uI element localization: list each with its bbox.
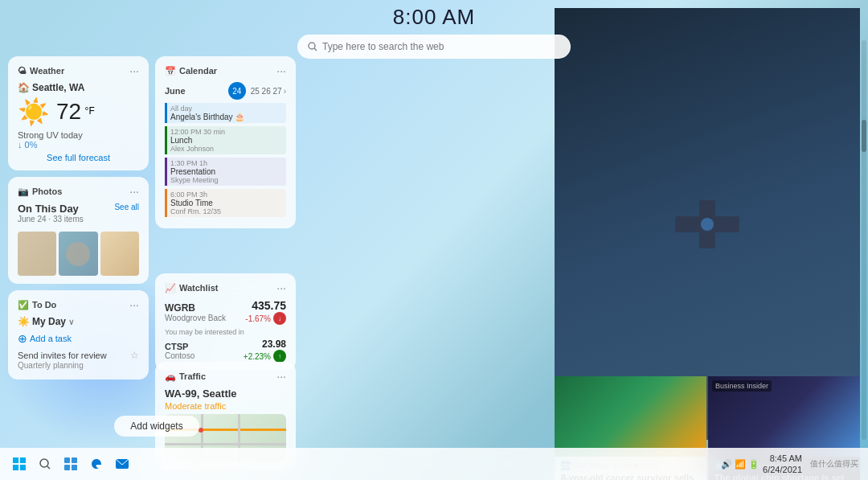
stock2-company: Contoso	[165, 351, 194, 360]
clock-display: 8:00 AM	[393, 5, 475, 30]
svg-line-10	[47, 466, 50, 469]
search-input[interactable]	[322, 41, 560, 52]
photos-label: On This Day	[18, 203, 84, 215]
cal-event-birthday: All day Angela's Birthday 🎂	[165, 103, 286, 123]
add-widgets-button[interactable]: Add widgets	[114, 416, 199, 437]
svg-rect-6	[20, 457, 26, 463]
news-bottom-img-0	[555, 376, 706, 457]
weather-location: 🏠 Seattle, WA	[18, 82, 139, 93]
photos-widget: 📷 Photos ··· On This Day June 24 · 33 it…	[8, 177, 149, 284]
watchlist-menu[interactable]: ···	[276, 281, 286, 294]
scrollbar-thumb[interactable]	[862, 120, 866, 152]
taskbar: 🔊 📶 🔋 8:45 AM 6/24/2021 值什么值得买	[0, 448, 868, 480]
photo-thumb-2	[59, 232, 97, 276]
traffic-menu[interactable]: ···	[276, 370, 286, 383]
traffic-location: WA-99, Seattle	[165, 388, 286, 400]
weather-sun-icon: ☀️	[18, 96, 50, 127]
news-bottom-img-1: Business Insider	[708, 376, 860, 457]
weather-widget: 🌤 Weather ··· 🏠 Seattle, WA ☀️ 72 °F Str…	[8, 56, 149, 170]
todo-add-task[interactable]: ⊕ Add a task	[18, 332, 139, 345]
calendar-title: 📅 Calendar	[165, 66, 217, 76]
svg-rect-5	[13, 457, 18, 463]
photo-thumb-1	[18, 232, 56, 276]
watchlist-interested: You may be interested in	[165, 328, 286, 336]
svg-rect-8	[20, 465, 26, 470]
cal-event-presentation: 1:30 PM 1h Presentation Skype Meeting	[165, 158, 286, 186]
svg-rect-11	[64, 457, 70, 463]
svg-rect-12	[72, 457, 77, 463]
svg-line-1	[314, 48, 317, 51]
stock1-change: -1.67%	[245, 314, 271, 323]
todo-menu[interactable]: ···	[129, 298, 139, 311]
calendar-menu[interactable]: ···	[276, 64, 286, 77]
photos-see-all[interactable]: See all	[114, 203, 139, 211]
calendar-today: 24	[228, 82, 246, 100]
todo-item-1: Send invites for review ☆ Quarterly plan…	[18, 350, 139, 370]
weather-forecast-link[interactable]: See full forecast	[18, 153, 139, 162]
calendar-events: All day Angela's Birthday 🎂 12:00 PM 30 …	[165, 103, 286, 217]
calendar-month: June	[165, 86, 186, 96]
add-widgets-bar: Add widgets	[8, 411, 305, 441]
taskbar-right: 🔊 📶 🔋 8:45 AM 6/24/2021 值什么值得买	[721, 453, 858, 476]
weather-temp: 72	[56, 99, 81, 124]
watchlist-widget: 📈 Watchlist ··· WGRB Woodgrove Back 435.…	[155, 273, 296, 371]
taskbar-icons-tray: 🔊 📶 🔋	[721, 459, 760, 470]
svg-rect-13	[64, 465, 70, 470]
traffic-title: 🚗 Traffic	[165, 371, 206, 382]
weather-description: Strong UV today	[18, 130, 139, 140]
search-icon	[308, 42, 317, 51]
svg-point-9	[40, 459, 48, 467]
traffic-status: Moderate traffic	[165, 401, 286, 411]
taskbar-search-icon[interactable]	[35, 454, 55, 474]
stock1-price: 435.75	[245, 299, 286, 312]
stock2-name: CTSP	[165, 342, 194, 351]
watchlist-title: 📈 Watchlist	[165, 283, 219, 293]
todo-widget: ✅ To Do ··· ☀️ My Day ∨ ⊕ Add a task Sen…	[8, 290, 149, 379]
photos-meta: June 24 · 33 items	[18, 215, 84, 224]
taskbar-widgets-icon[interactable]	[61, 454, 80, 474]
stock1-company: Woodgrove Back	[165, 314, 226, 322]
news-img-map	[708, 191, 860, 303]
stock-main: WGRB Woodgrove Back 435.75 -1.67% ↓	[165, 299, 286, 325]
stock2-price: 23.98	[244, 338, 286, 350]
weather-unit: °F	[85, 105, 95, 117]
tray-time: 8:45 AM 6/24/2021	[763, 453, 802, 476]
stock2-change: +2.23%	[244, 352, 271, 361]
todo-title: ✅ To Do	[18, 300, 56, 310]
weather-precip: ↓ 0%	[18, 140, 139, 150]
photo-thumb-3	[100, 232, 139, 276]
svg-rect-7	[13, 465, 18, 470]
news-img-article-1[interactable]: V The Verge · 42 mins The FCC wants you …	[708, 191, 860, 376]
scrollbar-track[interactable]	[862, 40, 866, 440]
photos-grid	[18, 232, 139, 276]
taskbar-left	[10, 454, 132, 474]
cal-event-lunch: 12:00 PM 30 min Lunch Alex Johnson	[165, 126, 286, 154]
corner-brand: 值什么值得买	[810, 458, 858, 470]
svg-point-0	[309, 43, 315, 49]
weather-menu[interactable]: ···	[129, 64, 139, 77]
todo-myday: ☀️ My Day ∨	[18, 316, 139, 327]
windows-logo[interactable]	[10, 454, 29, 474]
weather-title: 🌤 Weather	[18, 66, 64, 76]
taskbar-mail-icon[interactable]	[113, 454, 132, 474]
todo-item-1-sub: Quarterly planning	[18, 361, 139, 370]
stock-secondary: CTSP Contoso 23.98 +2.23% ↑	[165, 338, 286, 363]
taskbar-edge-icon[interactable]	[87, 454, 106, 474]
photos-menu[interactable]: ···	[129, 185, 139, 198]
cal-event-studio: 6:00 PM 3h Studio Time Conf Rm. 12/35	[165, 189, 286, 217]
news-panel: TOP STORIES BI Business Insider · 2 hour…	[555, 8, 860, 440]
photos-title: 📷 Photos	[18, 187, 62, 197]
search-bar[interactable]	[297, 35, 571, 59]
stock1-name: WGRB	[165, 302, 226, 314]
svg-rect-14	[72, 465, 77, 470]
weather-icon-nav: 🌤	[18, 66, 27, 76]
calendar-widget: 📅 Calendar ··· June 24 25 26 27 › All da…	[155, 56, 296, 228]
